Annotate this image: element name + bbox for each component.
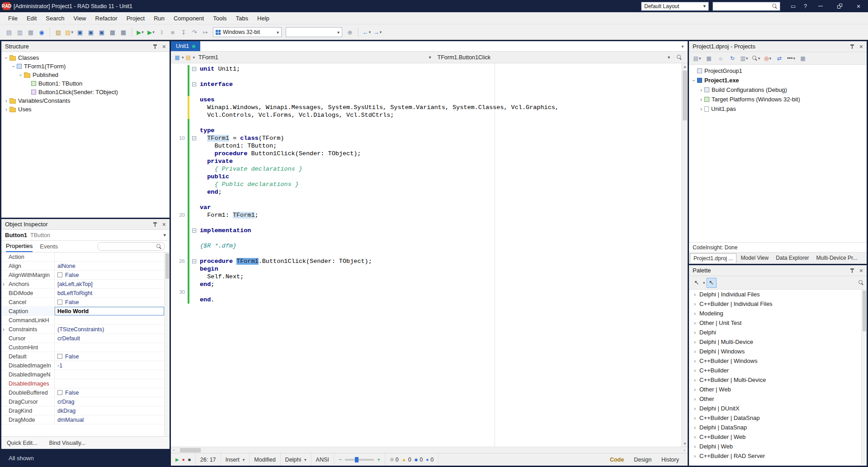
expander-icon[interactable]: › [692, 434, 698, 440]
instance-selector[interactable]: Button1 TButton ▾ [1, 230, 170, 241]
code-line-10[interactable]: 10− TForm1 = class(TForm) [171, 134, 681, 142]
collapse-box-icon[interactable]: − [192, 229, 196, 233]
palette-category-delphi-datasnap[interactable]: ›Delphi | DataSnap [689, 423, 861, 432]
expander-icon[interactable]: › [698, 96, 704, 103]
restore-button[interactable] [830, 0, 849, 12]
open-file-icon[interactable]: ▨▾ [64, 27, 75, 38]
code-line-13[interactable]: private [171, 157, 681, 165]
palette-category-delphi-dunitx[interactable]: ›Delphi | DUnitX [689, 404, 861, 413]
scrollbar-thumb[interactable] [180, 448, 201, 453]
menu-help[interactable]: Help [253, 13, 274, 24]
new-items-icon[interactable]: ▤ [4, 27, 14, 38]
expander-icon[interactable]: › [692, 396, 698, 402]
property-value[interactable]: False [55, 352, 164, 361]
expander-icon[interactable]: › [692, 310, 698, 317]
palette-category-other-web[interactable]: ›Other | Web [689, 385, 861, 394]
expander-icon[interactable]: › [692, 415, 698, 421]
projects-tab-3[interactable]: Data Explorer [773, 253, 812, 262]
expand-icon[interactable]: › [3, 326, 5, 333]
build-config-select[interactable]: ▾ [286, 27, 342, 37]
expander-icon[interactable]: › [692, 386, 698, 393]
module-view-icon[interactable]: ▦ [174, 54, 181, 61]
property-value[interactable]: Hello World [55, 307, 164, 315]
expander-icon[interactable]: › [692, 301, 698, 307]
expander-icon[interactable]: › [692, 424, 698, 431]
code-editor[interactable]: −unit Unit1;−interfaceuses Winapi.Window… [171, 63, 688, 447]
project-sync-icon[interactable]: ⇄ [774, 53, 785, 64]
property-value[interactable]: alNone [55, 262, 164, 270]
code-line-21[interactable] [171, 219, 681, 227]
tree-item-tform1-tform-[interactable]: ›TForm1(TForm) [1, 62, 170, 71]
palette-category-c-builder-web[interactable]: ›C++Builder | Web [689, 432, 861, 442]
view-button-design[interactable]: Design [629, 457, 656, 463]
palette-category-c-builder-multi-device[interactable]: ›C++Builder | Multi-Device [689, 375, 861, 385]
code-line-4[interactable] [171, 88, 681, 96]
navigate-forward-icon[interactable]: →▾ [372, 27, 383, 38]
view-button-code[interactable]: Code [605, 457, 629, 463]
scroll-right-arrow[interactable]: › [681, 447, 688, 453]
palette-category-delphi-multi-device[interactable]: ›Delphi | Multi-Device [689, 337, 861, 347]
code-line-18[interactable] [171, 196, 681, 204]
property-row-action[interactable]: Action [1, 253, 164, 262]
pin-icon[interactable] [849, 44, 855, 49]
menu-search[interactable]: Search [41, 13, 69, 24]
menu-tools[interactable]: Tools [208, 13, 231, 24]
bind-visually-link[interactable]: Bind Visually... [49, 440, 85, 446]
zoom-slider[interactable] [345, 459, 374, 461]
menu-tabs[interactable]: Tabs [231, 13, 253, 24]
palette-category-delphi-individual-files[interactable]: ›Delphi | Individual Files [689, 290, 861, 299]
property-row-disabledimages[interactable]: DisabledImages [1, 379, 164, 388]
expander-icon[interactable]: › [692, 329, 698, 336]
code-line-20[interactable]: 20 Form1: TForm1; [171, 211, 681, 219]
property-row-disabledimagen[interactable]: DisabledImageN [1, 370, 164, 379]
scroll-left-arrow[interactable]: ‹ [171, 447, 177, 453]
project-add-icon[interactable]: ▤▾ [692, 53, 703, 64]
menu-run[interactable]: Run [149, 13, 169, 24]
code-line-15[interactable]: public [171, 173, 681, 181]
palette-category-c-builder-windows[interactable]: ›C++Builder | Windows [689, 356, 861, 366]
code-line-16[interactable]: { Public declarations } [171, 181, 681, 188]
expander-icon[interactable]: › [692, 291, 698, 298]
selection-tool-active-icon[interactable]: ↖ [707, 278, 717, 288]
macro-play-icon[interactable]: ▶ [175, 457, 179, 462]
tree-item-button1click-sender-tobject-[interactable]: Button1Click(Sender: TObject) [1, 88, 170, 96]
palette-category-c-builder-rad-server[interactable]: ›C++Builder | RAD Server [689, 451, 861, 461]
property-value[interactable]: [akLeft,akTop] [55, 280, 164, 288]
view-button-history[interactable]: History [656, 457, 684, 463]
code-line-5[interactable]: uses [171, 96, 681, 104]
code-line-1[interactable]: −unit Unit1; [171, 65, 681, 73]
code-line-19[interactable]: var [171, 204, 681, 211]
expander-icon[interactable]: › [18, 72, 24, 78]
breadcrumb-type-select[interactable]: TForm1 ▾ [196, 53, 434, 62]
expander-icon[interactable]: › [692, 443, 698, 450]
code-line-29[interactable]: end; [171, 281, 681, 288]
palette-category-other-unit-test[interactable]: ›Other | Unit Test [689, 318, 861, 328]
menu-edit[interactable]: Edit [22, 13, 41, 24]
checkbox-icon[interactable] [57, 390, 62, 395]
scrollbar-thumb[interactable] [863, 291, 866, 331]
code-line-28[interactable]: Self.Next; [171, 273, 681, 281]
fold-marker-icon[interactable]: − [191, 257, 198, 265]
palette-category-other[interactable]: ›Other [689, 394, 861, 404]
checkbox-icon[interactable] [57, 354, 62, 359]
property-value[interactable]: False [55, 388, 164, 397]
tree-item-project1-exe[interactable]: ›Project1.exe [689, 76, 867, 85]
checkbox-icon[interactable] [57, 272, 62, 277]
close-button[interactable]: × [849, 0, 868, 12]
code-line-12[interactable]: procedure Button1Click(Sender: TObject); [171, 150, 681, 157]
expander-icon[interactable]: › [692, 405, 698, 412]
property-row-cancel[interactable]: CancelFalse [1, 298, 164, 307]
collapse-box-icon[interactable]: − [192, 259, 196, 263]
code-line-3[interactable]: −interface [171, 81, 681, 88]
tree-item-build-configurations-debug-[interactable]: ›Build Configurations (Debug) [689, 85, 867, 95]
tree-item-classes[interactable]: ›Classes [1, 53, 170, 62]
property-value[interactable]: crDefault [55, 334, 164, 343]
palette-scrollbar[interactable] [861, 290, 867, 466]
fold-marker-icon[interactable]: − [191, 134, 198, 142]
property-value[interactable]: dmManual [55, 415, 164, 424]
expander-icon[interactable]: › [10, 63, 17, 70]
desktop-layout-icon[interactable]: ▦ [25, 27, 36, 38]
property-row-dragcursor[interactable]: DragCursorcrDrag [1, 397, 164, 406]
property-value[interactable]: dkDrag [55, 406, 164, 415]
expander-icon[interactable]: › [3, 55, 9, 61]
